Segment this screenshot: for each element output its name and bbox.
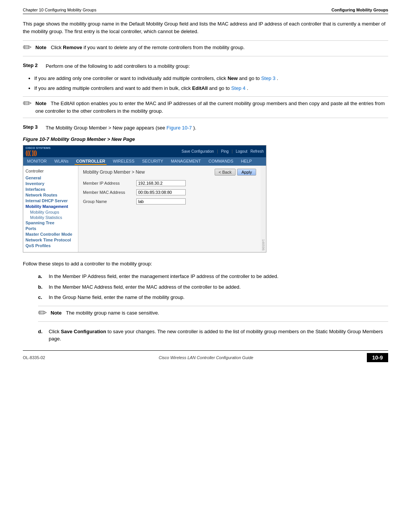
sidebar-interfaces[interactable]: Interfaces <box>25 187 76 192</box>
sidebar-mobility-groups[interactable]: Mobility Groups <box>30 210 76 214</box>
bullet-1-link[interactable]: Step 3 <box>261 75 276 81</box>
sidebar-ntp[interactable]: Network Time Protocol <box>25 238 76 242</box>
bullet-2-text-after: and go to <box>209 85 231 91</box>
cisco-btn-group: < Back Apply <box>215 169 256 176</box>
nav-controller[interactable]: CONTROLLER <box>75 158 107 165</box>
note-box-1: ✏ Note Click Remove if you want to delet… <box>23 40 388 56</box>
apply-button[interactable]: Apply <box>237 169 256 176</box>
note-icon-2: ✏ <box>23 98 32 109</box>
step-3-content: The Mobility Group Member > New page app… <box>46 124 196 132</box>
step-3-label: Step 3 <box>23 124 46 130</box>
cisco-topnav: CISCO SYSTEMS ((( ))) Save Configuration… <box>23 145 266 157</box>
step-3-text-before: The Mobility Group Member > New page app… <box>46 125 167 131</box>
sidebar-spanning-tree[interactable]: Spanning Tree <box>25 220 76 225</box>
sidebar-mobility-mgmt[interactable]: Mobility Management <box>25 204 76 209</box>
note-label-3: Note <box>51 310 62 316</box>
save-config-link[interactable]: Save Configuration <box>182 149 214 153</box>
cisco-logo: CISCO SYSTEMS ((( ))) <box>25 146 51 157</box>
sidebar-general[interactable]: General <box>25 176 76 180</box>
cisco-sidebar: Controller General Inventory Interfaces … <box>23 166 78 252</box>
sidebar-mobility-stats[interactable]: Mobility Statistics <box>30 215 76 220</box>
back-button[interactable]: < Back <box>215 169 236 176</box>
bullet-2-link[interactable]: Step 4 <box>231 85 245 91</box>
step-2-label: Step 2 <box>23 62 46 68</box>
note-box-3: ✏ Note The mobility group name is case s… <box>38 306 388 322</box>
cisco-body: Controller General Inventory Interfaces … <box>23 166 266 252</box>
bullet-2-bold: EditAll <box>192 85 208 91</box>
sidebar-inventory[interactable]: Inventory <box>25 181 76 186</box>
nav-wlans[interactable]: WLANs <box>53 158 70 165</box>
sidebar-dhcp-server[interactable]: Internal DHCP Server <box>25 198 76 203</box>
form-row-ip: Member IP Address <box>83 180 256 186</box>
figure-caption: Figure 10-7 Mobility Group Member > New … <box>23 136 388 142</box>
sub-steps: a. In the Member IP Address field, enter… <box>38 273 388 301</box>
substep-d-label: d. <box>38 328 46 335</box>
sidebar-master-controller[interactable]: Master Controller Mode <box>25 232 76 236</box>
sidebar-title: Controller <box>25 169 76 173</box>
intro-paragraph: This page shows the mobility group name … <box>23 20 388 35</box>
footer-center: Cisco Wireless LAN Controller Configurat… <box>159 355 253 360</box>
note-icon-1: ✏ <box>23 42 32 53</box>
sidebar-network-routes[interactable]: Network Routes <box>25 193 76 197</box>
step-3-link[interactable]: Figure 10-7 <box>167 125 192 131</box>
bullet-2-end: . <box>247 85 249 91</box>
cisco-top-links: Save Configuration | Ping | Logout Refre… <box>182 149 264 153</box>
follow-text: Follow these steps to add a controller t… <box>23 260 388 268</box>
note-text-2: The EditAll option enables you to enter … <box>35 101 385 114</box>
substep-d-container: d. Click Save Configuration to save your… <box>38 328 388 343</box>
mac-input[interactable] <box>136 189 186 195</box>
cisco-logo-text: CISCO SYSTEMS <box>25 146 51 150</box>
bullet-2-text-before: If you are adding multiple controllers a… <box>34 85 192 91</box>
substep-a: a. In the Member IP Address field, enter… <box>38 273 388 280</box>
cisco-page-header: Mobility Group Member > New < Back Apply <box>83 169 256 176</box>
note-text-3: The mobility group name is case sensitiv… <box>66 310 159 316</box>
form-row-group: Group Name <box>83 198 256 204</box>
substep-b-label: b. <box>38 283 46 291</box>
nav-help[interactable]: HELP <box>239 158 253 165</box>
nav-management[interactable]: MANAGEMENT <box>169 158 202 165</box>
chapter-header: Chapter 10 Configuring Mobility Groups <box>23 8 96 12</box>
footer-left: OL-8335-02 <box>23 355 45 360</box>
nav-security[interactable]: SECURITY <box>140 158 165 165</box>
note-icon-3: ✏ <box>38 308 47 318</box>
figure-number: 146596 <box>261 238 266 252</box>
step-3-row: Step 3 The Mobility Group Member > New p… <box>23 124 388 132</box>
substep-d: d. Click Save Configuration to save your… <box>38 328 388 343</box>
cisco-ui-screenshot: CISCO SYSTEMS ((( ))) Save Configuration… <box>23 145 266 252</box>
bullet-2: If you are adding multiple controllers a… <box>34 85 388 93</box>
substep-d-text: Click Save Configuration to save your ch… <box>49 328 388 343</box>
logout-link[interactable]: Logout <box>236 149 247 153</box>
substep-c-text: In the Group Name field, enter the name … <box>49 294 185 301</box>
section-header: Configuring Mobility Groups <box>331 8 388 12</box>
note-label-2: Note <box>35 101 46 106</box>
substep-d-bold: Save Configuration <box>61 329 106 334</box>
cisco-mainnav: MONITOR WLANs CONTROLLER WIRELESS SECURI… <box>23 157 266 166</box>
note-label-1: Note <box>35 45 46 50</box>
substep-c-label: c. <box>38 294 46 301</box>
nav-commands[interactable]: COMMANDS <box>207 158 235 165</box>
step-2-row: Step 2 Perform one of the following to a… <box>23 62 388 70</box>
note-text-1: Click Remove if you want to delete any o… <box>51 45 245 50</box>
footer-page-number: 10-9 <box>367 353 388 362</box>
substep-b: b. In the Member MAC Address field, ente… <box>38 283 388 291</box>
group-input[interactable] <box>136 198 186 204</box>
cisco-form: Member IP Address Member MAC Address Gro… <box>83 180 256 204</box>
substep-a-text: In the Member IP Address field, enter th… <box>49 273 279 280</box>
step-3-text-after: ). <box>193 125 196 131</box>
nav-wireless[interactable]: WIRELESS <box>111 158 136 165</box>
sidebar-ports[interactable]: Ports <box>25 226 76 231</box>
page-footer: OL-8335-02 Cisco Wireless LAN Controller… <box>23 350 388 362</box>
ping-link[interactable]: Ping <box>221 149 229 153</box>
refresh-link[interactable]: Refresh <box>250 149 264 153</box>
ip-input[interactable] <box>136 180 186 186</box>
note-box-2: ✏ Note The EditAll option enables you to… <box>23 96 388 118</box>
cisco-logo-graphic: ((( ))) <box>25 150 51 157</box>
bullet-1-bold: New <box>228 75 238 81</box>
substep-b-text: In the Member MAC Address field, enter t… <box>49 283 241 291</box>
mac-label: Member MAC Address <box>83 190 136 195</box>
sidebar-qos[interactable]: QoS Profiles <box>25 243 76 248</box>
cisco-content: Mobility Group Member > New < Back Apply… <box>78 166 261 252</box>
nav-monitor[interactable]: MONITOR <box>25 158 48 165</box>
bullet-1-end: . <box>277 75 278 81</box>
sep2: | <box>232 149 233 153</box>
